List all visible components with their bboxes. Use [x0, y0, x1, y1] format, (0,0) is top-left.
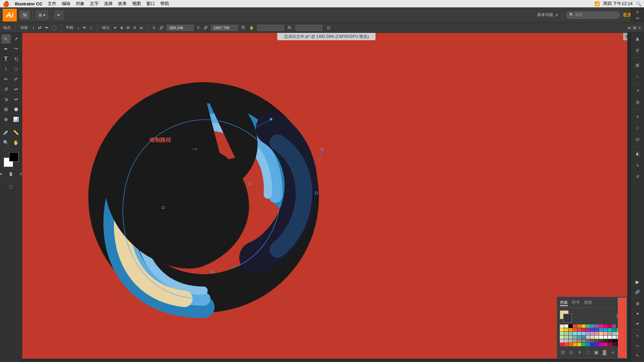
swatch-pink[interactable]: [599, 324, 603, 328]
sw-211[interactable]: [603, 328, 607, 331]
sw-68[interactable]: [590, 343, 594, 346]
sw-37[interactable]: [586, 332, 590, 335]
rp-link-btn[interactable]: 🔗: [633, 287, 643, 297]
free-transform-tool[interactable]: ⊞: [1, 105, 11, 114]
transform-icon-3[interactable]: ✒: [45, 25, 49, 30]
node-icon-1[interactable]: ✒: [114, 25, 117, 30]
show-gradient-btn[interactable]: ▓: [601, 349, 608, 356]
sw-26[interactable]: [582, 328, 586, 331]
rp-align-bottom[interactable]: ≡: [633, 330, 643, 341]
more-icon[interactable]: ≡: [638, 25, 641, 30]
rp-play-btn[interactable]: ▶: [633, 277, 643, 287]
node-icon-2[interactable]: ⊞: [126, 25, 129, 30]
node-icon-3[interactable]: ↺: [133, 25, 136, 30]
zoom-tool[interactable]: 🔍: [1, 138, 11, 147]
menu-file[interactable]: 文件: [48, 1, 56, 7]
sw-46[interactable]: [582, 336, 586, 339]
paintbrush-tool[interactable]: ✏: [1, 74, 11, 84]
sw-212[interactable]: [608, 328, 612, 331]
lock-icon[interactable]: 🔒: [249, 25, 254, 30]
panel-icon[interactable]: ⊞: [633, 25, 636, 30]
curvature-tool[interactable]: 〜: [11, 44, 21, 54]
type-tool[interactable]: T: [1, 54, 11, 64]
tab-symbols[interactable]: 符号: [572, 300, 580, 306]
sw-62[interactable]: [564, 343, 568, 346]
rp-char-icon[interactable]: 字: [633, 46, 643, 56]
sw-313[interactable]: [612, 332, 616, 335]
sw-28[interactable]: [590, 328, 594, 331]
active-fill-red[interactable]: [618, 298, 627, 358]
workspace-label[interactable]: 基本功能: [537, 12, 553, 18]
none-btn[interactable]: ⊘: [16, 169, 22, 178]
link-icon[interactable]: ⇌: [636, 16, 639, 20]
new-swatch-group-btn[interactable]: ⊟: [560, 349, 566, 356]
sw-57[interactable]: [586, 339, 590, 343]
swatch-black[interactable]: [569, 324, 573, 328]
menu-select[interactable]: 选择: [104, 1, 113, 7]
sw-311[interactable]: [603, 332, 607, 335]
color-preview[interactable]: [560, 310, 572, 322]
sw-410[interactable]: [599, 336, 603, 339]
tab-swatches[interactable]: 色板: [560, 300, 568, 306]
sw-27[interactable]: [586, 328, 590, 331]
warp-tool[interactable]: ⇌: [11, 95, 21, 104]
search-bar[interactable]: 🔍 搜索: [566, 11, 620, 19]
swatch-libraries-btn[interactable]: ≡: [577, 349, 583, 356]
sw-613[interactable]: [612, 343, 616, 346]
swatch-nocolor[interactable]: [560, 324, 564, 328]
line-tool[interactable]: \: [1, 64, 11, 74]
pen-tool[interactable]: ✒: [1, 44, 11, 54]
swatch-blue[interactable]: [590, 324, 594, 328]
sw-44[interactable]: [573, 336, 577, 339]
sw-413[interactable]: [612, 336, 616, 339]
sw-69[interactable]: [595, 343, 599, 346]
y-input[interactable]: [211, 25, 238, 31]
expand-icon[interactable]: ⇌: [628, 25, 631, 30]
handle-icon-1[interactable]: ↕: [77, 25, 79, 30]
menu-window[interactable]: 窗口: [146, 1, 155, 7]
sw-35[interactable]: [577, 332, 581, 335]
tab-brushes[interactable]: 画笔: [584, 300, 592, 306]
show-all-swatches-btn[interactable]: □: [585, 349, 591, 356]
sw-52[interactable]: [564, 339, 568, 343]
rp-panel-btn-1[interactable]: ⊞: [633, 60, 643, 70]
x-input[interactable]: [167, 25, 194, 31]
swatch-green[interactable]: [586, 324, 590, 328]
sw-61[interactable]: [560, 343, 564, 346]
sw-611[interactable]: [603, 343, 607, 346]
sw-511[interactable]: [603, 339, 607, 343]
sw-25[interactable]: [577, 328, 581, 331]
rotate-tool[interactable]: ↺: [1, 84, 11, 94]
search-icon[interactable]: 🔍: [636, 1, 641, 6]
workspace-dropdown-icon[interactable]: ▾: [556, 13, 558, 17]
sw-41[interactable]: [560, 336, 564, 339]
rp-row-btn[interactable]: ═: [633, 341, 643, 351]
scale-tool[interactable]: ⇲: [1, 95, 11, 104]
sw-612[interactable]: [608, 343, 612, 346]
sw-66[interactable]: [582, 343, 586, 346]
handle-icon-3[interactable]: □: [90, 25, 92, 30]
direct-select-tool[interactable]: ↗: [11, 34, 21, 44]
sw-32[interactable]: [564, 332, 568, 335]
sw-610[interactable]: [599, 343, 603, 346]
sw-33[interactable]: [569, 332, 573, 335]
brush-tool-btn[interactable]: ✒: [54, 10, 63, 20]
color-selector[interactable]: [4, 152, 18, 167]
transform-icon-1[interactable]: ↕: [32, 25, 35, 30]
sw-21[interactable]: [560, 328, 564, 331]
rp-library-btn[interactable]: ⊟: [633, 97, 643, 107]
sw-34[interactable]: [573, 332, 577, 335]
transform-icon-2[interactable]: ⇄: [38, 25, 42, 30]
align-icon[interactable]: ⊡: [327, 25, 330, 30]
sw-63[interactable]: [569, 343, 573, 346]
rp-type-icon[interactable]: A: [633, 34, 643, 44]
sw-512[interactable]: [608, 339, 612, 343]
node-icon-4[interactable]: ⇌: [140, 25, 143, 30]
sw-412[interactable]: [608, 336, 612, 339]
symbol-spray-tool[interactable]: ⊕: [1, 115, 11, 124]
sw-45[interactable]: [577, 336, 581, 339]
shape-builder-tool[interactable]: ⬟: [11, 105, 21, 114]
handle-icon-2[interactable]: ✒: [83, 25, 87, 30]
rp-transform-btn[interactable]: ↺: [633, 172, 643, 182]
rp-symbol-btn[interactable]: ✦: [633, 309, 643, 319]
